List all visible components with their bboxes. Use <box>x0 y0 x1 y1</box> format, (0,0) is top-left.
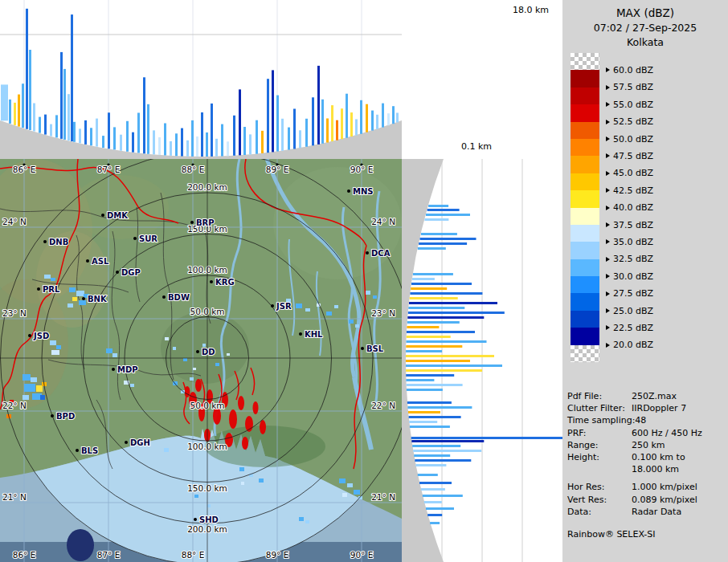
lat-label: 21° N <box>371 492 395 502</box>
legend-entry: 20.0 dBZ <box>606 339 653 351</box>
city-dot <box>101 214 104 217</box>
info-label: Range: <box>567 439 632 451</box>
echo-cell <box>373 295 377 299</box>
city-label: DD <box>202 348 215 356</box>
legend-arrow-icon <box>606 222 610 227</box>
map-projection-panel: 50.0 km50.0 km100.0 km100.0 km150.0 km15… <box>0 159 402 562</box>
echo-bar <box>407 389 443 391</box>
echo-bar <box>288 128 290 150</box>
city-label: MDP <box>117 365 138 374</box>
echo-bar <box>427 209 460 211</box>
echo-bar <box>411 283 472 285</box>
echo-cell <box>22 374 31 381</box>
legend-arrow-icon <box>606 188 610 193</box>
lon-label: 88° E <box>182 550 205 560</box>
lon-label: 90° E <box>350 165 374 174</box>
legend-arrow-icon <box>606 343 610 348</box>
info-row: Data:Radar Data <box>567 506 726 518</box>
city-label: BLS <box>81 446 98 455</box>
legend-swatch <box>571 293 599 310</box>
city-dot <box>86 259 89 263</box>
echo-bar <box>413 273 453 275</box>
product-datetime: 07:02 / 27-Sep-2025 <box>562 22 728 34</box>
echo-bar <box>408 411 440 413</box>
echo-bar <box>406 350 442 352</box>
info-row: Clutter Filter:IIRDoppler 7 <box>567 402 726 414</box>
echo-bar <box>181 128 183 157</box>
legend-entry: 60.0 dBZ <box>606 64 653 76</box>
city-dot <box>116 271 119 274</box>
echo-bar <box>421 233 457 235</box>
echo-bar <box>424 218 448 221</box>
echo-bar <box>376 115 378 129</box>
city-dot <box>210 280 213 283</box>
city-label: DNB <box>49 238 68 246</box>
echo-bar <box>428 205 448 207</box>
echo-cell <box>299 517 304 521</box>
echo-bar <box>407 331 475 333</box>
lat-label: 23° N <box>2 308 27 318</box>
city-label: MNS <box>353 187 374 196</box>
echo-cell <box>241 482 244 485</box>
echo-bar <box>426 214 470 216</box>
yz-projection-panel <box>402 159 562 562</box>
city-label: JSR <box>276 302 292 311</box>
legend-arrow-icon <box>606 136 610 141</box>
legend-arrow-icon <box>606 325 610 330</box>
echo-cell <box>194 495 198 498</box>
echo-bar <box>55 115 58 137</box>
echo-bar <box>407 336 451 338</box>
echo-cell <box>44 275 51 279</box>
lon-label: 89° E <box>266 165 289 174</box>
legend-arrow-icon <box>606 274 610 279</box>
echo-bar <box>407 401 452 404</box>
echo-bar <box>407 321 460 324</box>
deep-channel <box>67 529 94 561</box>
city-dot <box>125 441 128 444</box>
echo-bar <box>147 104 149 154</box>
echo-bar <box>430 522 440 524</box>
echo-cell <box>173 347 176 350</box>
info-value: 250 km <box>632 439 726 451</box>
echo-bar <box>360 100 362 134</box>
echo-bar <box>387 113 390 125</box>
echo-bar <box>410 297 458 299</box>
echo-bar <box>420 238 476 240</box>
city-label: SHD <box>199 515 219 524</box>
legend-arrow-icon <box>606 291 610 296</box>
legend-swatch <box>571 311 599 328</box>
echo-cell <box>106 348 112 353</box>
radar-display: 18.0 km 0.1 km <box>0 0 728 562</box>
city-dot <box>196 350 199 353</box>
echo-bar <box>366 104 368 132</box>
echo-cell <box>354 490 360 495</box>
info-label <box>567 463 632 475</box>
city-dot <box>299 332 302 336</box>
info-row: Time sampling:48 <box>567 414 726 426</box>
city-label: BPD <box>56 412 75 421</box>
echo-bar <box>418 474 438 476</box>
echo-bar <box>71 14 73 141</box>
legend-swatch-checker <box>571 53 599 70</box>
legend-arrow-icon <box>606 102 610 107</box>
echo-bar <box>410 292 482 295</box>
echo-cell <box>183 358 187 361</box>
height-axis-min-label: 0.1 km <box>461 141 492 152</box>
echo-bar <box>412 278 435 280</box>
echo-cell <box>259 479 264 483</box>
echo-cell <box>339 479 346 483</box>
legend-swatch <box>571 259 599 276</box>
info-value: Radar Data <box>632 506 726 518</box>
echo-bar <box>26 9 28 129</box>
legend-swatch <box>571 225 599 242</box>
echo-cell <box>305 520 309 523</box>
echo-cell <box>202 344 206 347</box>
echo-cell <box>190 377 194 381</box>
info-value: 18.000 km <box>632 463 726 475</box>
software-brand: Rainbow® SELEX-SI <box>567 528 726 540</box>
city-dot <box>190 221 194 224</box>
echo-cell <box>130 384 134 387</box>
legend-entry: 32.5 dBZ <box>606 253 653 265</box>
echo-bar <box>413 450 481 452</box>
info-value: 0.089 km/pixel <box>632 494 726 506</box>
